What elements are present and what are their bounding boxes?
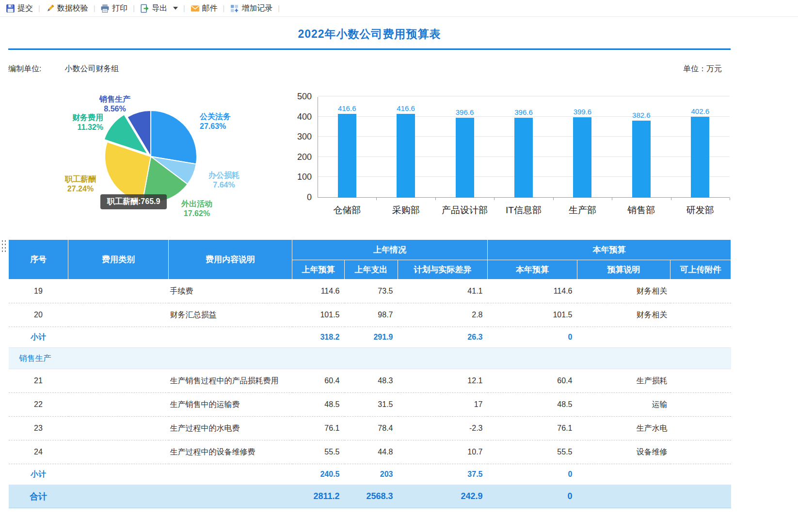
bar-slot: 416.6 [318,97,376,198]
bar[interactable] [514,118,533,198]
cell: 22 [9,393,68,417]
cell: 20 [9,303,68,327]
column-header-prev-spend[interactable]: 上年支出 [345,260,398,280]
toolbar-separator: | [278,4,280,12]
cell: 财务相关 [577,280,670,303]
table-row[interactable]: 19手续费114.673.541.1114.6财务相关 [9,280,731,303]
validate-icon [46,4,55,13]
export-button[interactable]: 导出 [140,3,178,14]
drag-handle[interactable] [1,239,7,253]
cell: 37.5 [398,464,488,485]
cell: 24 [9,440,68,464]
cell: 生产损耗 [577,369,670,393]
column-header-category[interactable]: 费用类别 [68,240,169,280]
pie-label-sales-production: 销售生产 8.56% [86,94,144,114]
cell: 240.5 [292,464,345,485]
mail-label: 邮件 [202,3,218,14]
cell [169,327,292,348]
column-header-diff[interactable]: 计划与实际差异 [398,260,488,280]
cell: 98.7 [345,303,398,327]
subtotal-row[interactable]: 小计318.2291.926.30 [9,327,731,348]
pie-label-name: 职工薪酬 [51,174,110,184]
budget-table-wrap: 序号 费用类别 费用内容说明 上年情况 本年预算 上年预算 上年支出 计划与实际… [8,239,731,508]
column-header-no[interactable]: 序号 [9,240,68,280]
total-row[interactable]: 合计2811.22568.3242.90 [9,485,731,508]
attachment-cell[interactable] [670,440,731,464]
mail-button[interactable]: 邮件 [191,3,218,14]
x-axis-tick [612,198,612,200]
column-header-note[interactable]: 预算说明 [577,260,670,280]
cell [577,464,670,485]
cell: 17 [398,393,488,417]
cell: 78.4 [345,417,398,440]
column-header-prev-budget[interactable]: 上年预算 [292,260,345,280]
table-row[interactable]: 23生产过程中的水电费76.178.4-2.376.1生产水电 [9,417,731,440]
pie-label-office-loss: 办公损耗 7.64% [195,171,253,190]
cell: 生产水电 [577,417,670,440]
bar[interactable] [397,114,415,198]
x-axis-tick [494,198,495,200]
bar[interactable] [573,117,591,198]
submit-button[interactable]: 提交 [6,3,33,14]
print-button[interactable]: 打印 [100,3,128,14]
page-title: 2022年小数公司费用预算表 [8,27,731,42]
table-row[interactable]: 21生产销售过程中的产品损耗费用60.448.312.160.4生产损耗 [9,369,731,393]
cell: 114.6 [488,280,577,303]
pie-label-name: 财务费用 [36,113,103,123]
subtotal-row[interactable]: 小计240.520337.50 [9,464,731,485]
pie-slice[interactable] [151,110,197,164]
section-row[interactable]: 销售生产 [9,348,731,369]
attachment-cell[interactable] [670,369,731,393]
table-row[interactable]: 20财务汇总损益101.598.72.8101.5财务相关 [9,303,731,327]
budget-table: 序号 费用类别 费用内容说明 上年情况 本年预算 上年预算 上年支出 计划与实际… [8,239,731,508]
pie-chart [97,103,204,210]
attachment-cell [670,464,731,485]
mail-icon [191,4,200,13]
add-record-button[interactable]: 增加记录 [230,3,272,14]
attachment-cell[interactable] [670,303,731,327]
bar-slot: 416.6 [376,97,435,198]
pie-label-name: 外出活动 [168,199,226,209]
cell: 101.5 [292,303,345,327]
attachment-cell[interactable] [670,417,731,440]
x-axis-tick [376,198,377,200]
bar[interactable] [632,121,651,198]
table-row[interactable]: 22生产销售中的运输费48.531.51748.5运输 [9,393,731,417]
toolbar-separator: | [223,4,225,12]
cell: 203 [345,464,398,485]
cell: 21 [9,369,68,393]
pie-label-name: 销售生产 [86,94,144,104]
toolbar-separator: | [38,4,40,12]
table-row[interactable]: 24生产过程中的设备维修费55.544.810.755.5设备维修 [9,440,731,464]
cell: 48.5 [488,393,577,417]
cell: 生产过程中的水电费 [169,417,292,440]
toolbar: 提交 | 数据校验 | 打印 | 导出 | [0,0,798,17]
cell: 23 [9,417,68,440]
cell [68,417,169,440]
pie-label-name: 办公损耗 [195,171,253,180]
column-header-cur-budget[interactable]: 本年预算 [488,260,577,280]
bar[interactable] [338,114,356,198]
column-header-desc[interactable]: 费用内容说明 [169,240,292,280]
bar[interactable] [456,118,474,198]
attachment-cell[interactable] [670,280,731,303]
cell [68,303,169,327]
cell: 10.7 [398,440,488,464]
bar-ytick-label: 300 [278,132,312,142]
table-body: 19手续费114.673.541.1114.6财务相关20财务汇总损益101.5… [9,280,731,508]
bar[interactable] [691,117,709,198]
bar-category-label: 销售部 [612,204,670,217]
org-value: 小数公司财务组 [64,64,119,74]
pie-label-pct: 27.63% [200,122,263,131]
cell [68,393,169,417]
group-header-prev-year: 上年情况 [292,240,488,260]
cell: 60.4 [292,369,345,393]
add-record-icon [230,4,239,13]
column-header-attachment[interactable]: 可上传附件 [670,260,731,280]
cell: 242.9 [398,485,488,508]
cell [169,485,292,508]
pie-tooltip: 职工薪酬:765.9 [100,194,167,209]
data-validate-button[interactable]: 数据校验 [46,3,88,14]
cell: 26.3 [398,327,488,348]
attachment-cell[interactable] [670,393,731,417]
